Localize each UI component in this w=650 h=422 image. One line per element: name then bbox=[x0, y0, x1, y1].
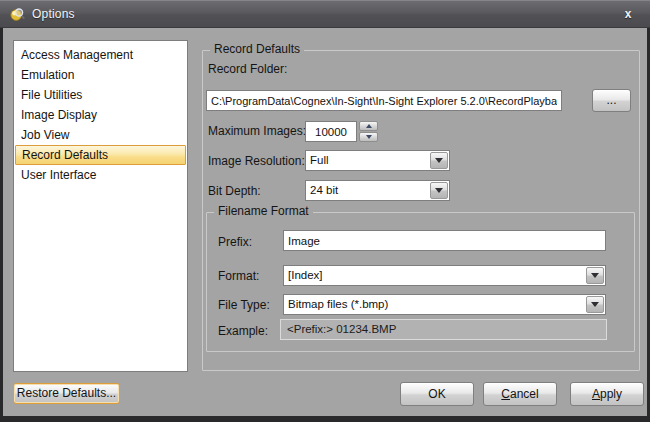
sidebar-item-emulation[interactable]: Emulation bbox=[14, 65, 187, 85]
maximum-images-input[interactable] bbox=[305, 121, 357, 142]
sidebar-item-file-utilities[interactable]: File Utilities bbox=[14, 85, 187, 105]
maximum-images-label: Maximum Images: bbox=[208, 124, 306, 138]
filename-format-group-label: Filename Format bbox=[214, 204, 313, 218]
browse-button[interactable]: ... bbox=[592, 89, 631, 112]
close-icon[interactable]: x bbox=[619, 6, 637, 22]
record-defaults-group-label: Record Defaults bbox=[210, 42, 304, 56]
example-label: Example: bbox=[218, 324, 268, 338]
sidebar-item-image-display[interactable]: Image Display bbox=[14, 105, 187, 125]
maximum-images-stepper bbox=[359, 121, 378, 142]
bit-depth-select[interactable]: 24 bit bbox=[305, 180, 450, 201]
format-select[interactable]: [Index] bbox=[283, 265, 606, 286]
file-type-label: File Type: bbox=[218, 298, 270, 312]
apply-button[interactable]: Apply bbox=[570, 382, 644, 406]
image-resolution-select[interactable]: Full bbox=[305, 150, 450, 171]
sidebar-item-record-defaults[interactable]: Record Defaults bbox=[15, 145, 186, 165]
format-value: [Index] bbox=[288, 266, 583, 285]
image-resolution-value: Full bbox=[310, 151, 427, 170]
prefix-input[interactable] bbox=[283, 230, 606, 251]
restore-defaults-button[interactable]: Restore Defaults... bbox=[13, 383, 120, 404]
category-list: Access Management Emulation File Utiliti… bbox=[13, 40, 188, 372]
ok-button[interactable]: OK bbox=[400, 382, 474, 406]
record-folder-input[interactable] bbox=[206, 90, 562, 111]
file-type-select[interactable]: Bitmap files (*.bmp) bbox=[283, 294, 606, 315]
record-folder-label: Record Folder: bbox=[208, 62, 287, 76]
format-label: Format: bbox=[218, 269, 259, 283]
example-value: <Prefix:> 01234.BMP bbox=[280, 319, 607, 340]
bit-depth-value: 24 bit bbox=[310, 181, 427, 200]
arrow-down-icon[interactable] bbox=[359, 132, 378, 142]
options-dialog: Options x Access Management Emulation Fi… bbox=[0, 0, 650, 422]
sidebar-item-job-view[interactable]: Job View bbox=[14, 125, 187, 145]
window-title: Options bbox=[32, 7, 75, 21]
prefix-label: Prefix: bbox=[218, 235, 252, 249]
chevron-down-icon[interactable] bbox=[586, 296, 604, 313]
chevron-down-icon[interactable] bbox=[430, 182, 448, 199]
sidebar-item-user-interface[interactable]: User Interface bbox=[14, 165, 187, 185]
bit-depth-label: Bit Depth: bbox=[208, 184, 261, 198]
image-resolution-label: Image Resolution: bbox=[208, 154, 305, 168]
title-bar[interactable]: Options x bbox=[0, 0, 650, 28]
chevron-down-icon[interactable] bbox=[430, 152, 448, 169]
arrow-up-icon[interactable] bbox=[359, 121, 378, 131]
file-type-value: Bitmap files (*.bmp) bbox=[288, 295, 583, 314]
options-app-icon bbox=[9, 6, 26, 23]
chevron-down-icon[interactable] bbox=[586, 267, 604, 284]
dialog-content: Access Management Emulation File Utiliti… bbox=[3, 28, 647, 416]
sidebar-item-access-management[interactable]: Access Management bbox=[14, 45, 187, 65]
cancel-button[interactable]: Cancel bbox=[483, 382, 557, 406]
